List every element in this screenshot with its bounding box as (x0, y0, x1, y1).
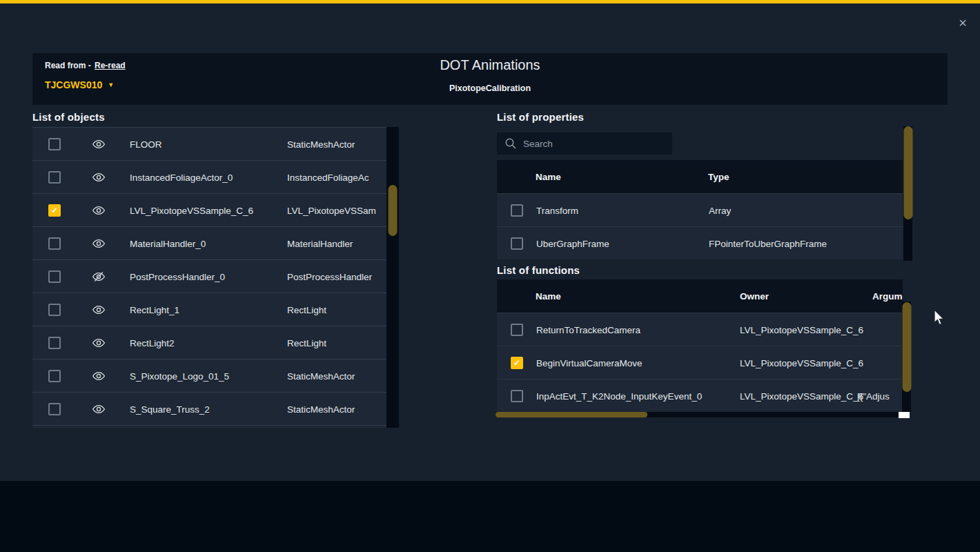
functions-table: Name Owner Arguments ReturnToTrackedCame… (497, 279, 903, 412)
object-checkbox[interactable] (48, 138, 61, 150)
object-row[interactable]: RectLight2 RectLight (32, 326, 387, 359)
object-name: LVL_PixotopeVSSample_C_6 (130, 205, 253, 215)
objects-scrollbar[interactable] (386, 127, 399, 428)
object-checkbox[interactable] (48, 370, 61, 382)
object-name: FLOOR (130, 139, 162, 149)
column-header-arguments: Arguments (872, 291, 903, 302)
object-name: MaterialHandler_0 (130, 238, 206, 248)
object-checkbox[interactable] (48, 403, 61, 415)
function-name: ReturnToTrackedCamera (536, 324, 640, 335)
properties-scrollbar[interactable] (903, 126, 912, 261)
dialog-footer: Cancel Select (0, 481, 980, 552)
properties-table: Name Type Transform Array UberGraphFrame… (497, 160, 903, 259)
function-row[interactable]: ✓ BeginVirtualCameraMove LVL_PixotopeVSS… (497, 346, 903, 379)
objects-heading: List of objects (32, 111, 105, 123)
property-checkbox[interactable] (511, 237, 523, 250)
function-arguments: [{"Adjus (857, 391, 890, 401)
object-type: LVL_PixotopeVSSam (287, 205, 376, 215)
column-header-name: Name (536, 291, 561, 302)
function-owner: LVL_PixotopeVSSample_C_6 (740, 391, 863, 401)
eye-icon[interactable] (92, 369, 106, 383)
function-owner: LVL_PixotopeVSSample_C_6 (740, 324, 863, 335)
property-name: Transform (536, 205, 578, 215)
function-checkbox[interactable] (511, 390, 523, 402)
column-header-owner: Owner (740, 291, 769, 302)
object-checkbox[interactable]: ✓ (48, 204, 61, 217)
function-name: InpActEvt_T_K2Node_InputKeyEvent_0 (536, 391, 702, 401)
objects-scrollbar-thumb[interactable] (389, 185, 398, 236)
functions-horizontal-scrollbar[interactable] (496, 412, 899, 417)
object-name: RectLight_1 (130, 304, 179, 315)
object-row[interactable]: InstancedFoliageActor_0 InstancedFoliage… (32, 161, 387, 194)
eye-icon[interactable] (92, 170, 106, 184)
eye-slash-icon[interactable] (92, 270, 106, 284)
dialog-header: Read from - Re-read TJCGWS010▼ DOT Anima… (32, 53, 948, 105)
property-row[interactable]: Transform Array (497, 193, 903, 226)
properties-heading: List of properties (497, 111, 584, 123)
object-type: MaterialHandler (287, 238, 353, 248)
object-name: RectLight2 (130, 337, 175, 348)
properties-header-row: Name Type (497, 160, 903, 193)
functions-vertical-scrollbar-thumb[interactable] (902, 302, 911, 392)
property-type: Array (709, 205, 731, 215)
function-checkbox[interactable] (511, 324, 523, 336)
object-row[interactable]: ✓ LVL_PixotopeVSSample_C_6 LVL_PixotopeV… (32, 194, 387, 227)
object-checkbox[interactable] (48, 270, 61, 283)
property-row[interactable]: UberGraphFrame FPointerToUberGraphFrame (497, 226, 903, 259)
function-name: BeginVirtualCameraMove (536, 357, 643, 368)
function-checkbox[interactable]: ✓ (511, 357, 523, 369)
object-type: PostProcessHandler (287, 271, 372, 282)
search-input[interactable] (522, 132, 667, 155)
object-row[interactable]: S_Pixotope_Logo_01_5 StaticMeshActor (32, 359, 387, 393)
object-row[interactable]: PostProcessHandler_0 PostProcessHandler (32, 260, 387, 293)
function-row[interactable]: InpActEvt_T_K2Node_InputKeyEvent_0 LVL_P… (497, 379, 903, 412)
object-row[interactable]: RectLight_1 RectLight (32, 293, 387, 326)
search-icon (504, 137, 517, 150)
column-header-type: Type (708, 172, 729, 182)
object-type: StaticMeshActor (287, 404, 355, 414)
property-name: UberGraphFrame (536, 238, 609, 248)
mouse-cursor (933, 309, 945, 327)
eye-icon[interactable] (92, 237, 106, 250)
objects-table: FLOOR StaticMeshActor InstancedFoliageAc… (32, 127, 387, 428)
close-icon[interactable]: × (954, 14, 972, 32)
object-row[interactable]: S_Square_Truss_2 StaticMeshActor (32, 393, 387, 426)
dot-animations-dialog: × Read from - Re-read TJCGWS010▼ DOT Ani… (0, 0, 980, 552)
functions-vertical-scrollbar[interactable] (902, 302, 911, 412)
object-name: PostProcessHandler_0 (130, 271, 225, 282)
function-owner: LVL_PixotopeVSSample_C_6 (740, 357, 863, 368)
object-type: InstancedFoliageAc (287, 172, 369, 182)
eye-icon[interactable] (92, 402, 106, 416)
page-title: DOT Animations (32, 57, 948, 73)
function-row[interactable]: ReturnToTrackedCamera LVL_PixotopeVSSamp… (497, 313, 903, 346)
object-type: StaticMeshActor (287, 139, 355, 149)
functions-horizontal-scrollbar-thumb[interactable] (496, 412, 647, 417)
eye-icon[interactable] (92, 336, 106, 350)
object-name: S_Pixotope_Logo_01_5 (130, 371, 229, 381)
eye-icon[interactable] (92, 303, 106, 317)
top-accent-bar (0, 0, 980, 3)
object-checkbox[interactable] (48, 304, 61, 316)
object-row[interactable]: FLOOR StaticMeshActor (32, 128, 387, 161)
object-checkbox[interactable] (48, 237, 61, 250)
object-row-partial (32, 426, 387, 428)
object-checkbox[interactable] (48, 337, 61, 349)
object-checkbox[interactable] (48, 171, 61, 184)
properties-scrollbar-thumb[interactable] (903, 126, 912, 219)
column-header-name: Name (536, 172, 561, 182)
property-type: FPointerToUberGraphFrame (709, 238, 827, 248)
object-type: StaticMeshActor (287, 371, 355, 381)
scrollbar-corner (899, 412, 910, 418)
page-subtitle: PixotopeCalibration (32, 83, 948, 93)
functions-header-row: Name Owner Arguments (497, 279, 903, 313)
object-row[interactable]: MaterialHandler_0 MaterialHandler (32, 227, 387, 260)
eye-icon[interactable] (92, 137, 106, 151)
object-type: RectLight (287, 337, 326, 348)
properties-search (497, 132, 672, 155)
eye-icon[interactable] (92, 204, 106, 217)
property-checkbox[interactable] (511, 204, 523, 217)
object-name: S_Square_Truss_2 (130, 404, 210, 414)
object-type: RectLight (287, 304, 326, 315)
object-name: InstancedFoliageActor_0 (130, 172, 233, 182)
functions-heading: List of functions (497, 264, 580, 276)
